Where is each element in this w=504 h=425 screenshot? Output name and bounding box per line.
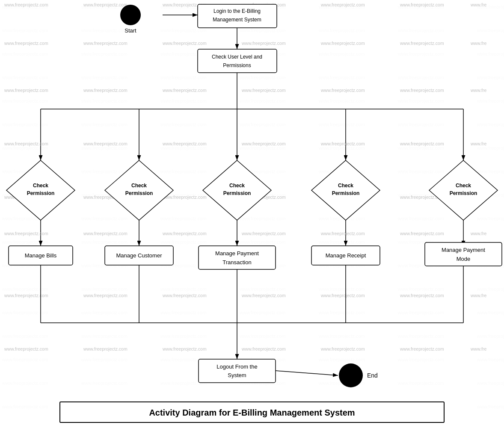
- start-label: Start: [125, 27, 136, 34]
- svg-text:www.freeprojectz.com: www.freeprojectz.com: [162, 88, 207, 93]
- svg-text:www.freeprojectz.com: www.freeprojectz.com: [162, 231, 207, 236]
- check-permission-text-1a: Check: [33, 183, 48, 189]
- svg-text:www.freeprojectz.com: www.freeprojectz.com: [400, 293, 444, 298]
- svg-text:www.fre: www.fre: [470, 231, 487, 236]
- svg-text:www.fre: www.fre: [470, 293, 487, 298]
- svg-text:www.freeprojectz.com: www.freeprojectz.com: [320, 141, 365, 146]
- svg-text:www.freeprojectz.com: www.freeprojectz.com: [400, 41, 444, 46]
- svg-text:www.freeprojectz.com: www.freeprojectz.com: [4, 41, 48, 46]
- svg-text:www.freeprojectz.com: www.freeprojectz.com: [320, 231, 365, 236]
- check-permission-text-5b: Permission: [450, 190, 477, 196]
- end-circle: [339, 363, 363, 387]
- check-user-text-2: Permissions: [223, 62, 251, 68]
- svg-text:www.freeprojectz.com: www.freeprojectz.com: [83, 41, 127, 46]
- svg-text:www.freeprojectz.com: www.freeprojectz.com: [320, 41, 365, 46]
- manage-customer-text: Manage Customer: [116, 252, 163, 259]
- manage-payment-transaction-box: [199, 246, 276, 269]
- check-permission-text-3b: Permission: [223, 190, 251, 196]
- svg-text:www.fre: www.fre: [470, 141, 487, 146]
- svg-text:www.freeprojectz.com: www.freeprojectz.com: [320, 346, 365, 351]
- end-label: End: [367, 372, 378, 379]
- svg-text:www.freeprojectz.com: www.freeprojectz.com: [241, 231, 286, 236]
- manage-payment-mode-text-2: Mode: [457, 256, 471, 262]
- svg-text:www.freeprojectz.com: www.freeprojectz.com: [241, 293, 286, 298]
- logout-text-1: Logout From the: [216, 363, 257, 370]
- svg-text:www.freeprojectz.com: www.freeprojectz.com: [162, 293, 207, 298]
- check-permission-text-2b: Permission: [125, 190, 153, 196]
- manage-receipt-text: Manage Receipt: [326, 252, 366, 259]
- svg-text:www.fre: www.fre: [470, 2, 487, 7]
- login-text-1: Login to the E-Billing: [213, 8, 261, 14]
- manage-payment-transaction-text-2: Transaction: [222, 259, 251, 266]
- check-user-text-1: Check User Level and: [212, 54, 262, 60]
- svg-text:www.freeprojectz.com: www.freeprojectz.com: [83, 141, 127, 146]
- diagram-container: www.freeprojectz.com www.freeprojectz.co…: [0, 0, 504, 425]
- check-permission-text-2a: Check: [131, 183, 147, 189]
- start-circle: [120, 5, 141, 25]
- svg-text:www.freeprojectz.com: www.freeprojectz.com: [241, 41, 286, 46]
- svg-text:www.freeprojectz.com: www.freeprojectz.com: [400, 346, 444, 351]
- svg-text:www.freeprojectz.com: www.freeprojectz.com: [4, 2, 48, 7]
- check-permission-text-4b: Permission: [332, 190, 360, 196]
- svg-text:www.freeprojectz.com: www.freeprojectz.com: [241, 346, 286, 351]
- svg-text:www.freeprojectz.com: www.freeprojectz.com: [400, 231, 444, 236]
- svg-text:www.freeprojectz.com: www.freeprojectz.com: [320, 293, 365, 298]
- svg-text:www.freeprojectz.com: www.freeprojectz.com: [241, 141, 286, 146]
- check-permission-text-3a: Check: [229, 183, 245, 189]
- svg-text:www.fre: www.fre: [470, 88, 487, 93]
- manage-payment-mode-box: [425, 242, 502, 266]
- svg-text:www.fre: www.fre: [470, 41, 487, 46]
- svg-text:www.freeprojectz.com: www.freeprojectz.com: [162, 41, 207, 46]
- svg-text:www.freeprojectz.com: www.freeprojectz.com: [4, 293, 48, 298]
- check-permission-text-1b: Permission: [27, 190, 55, 196]
- check-user-level-box: [198, 49, 277, 73]
- diagram-title: Activity Diagram for E-Billing Managemen…: [149, 408, 355, 417]
- svg-text:www.freeprojectz.com: www.freeprojectz.com: [4, 346, 48, 351]
- svg-text:www.freeprojectz.com: www.freeprojectz.com: [4, 141, 48, 146]
- svg-text:www.fre: www.fre: [470, 346, 487, 351]
- svg-text:www.freeprojectz.com: www.freeprojectz.com: [4, 88, 48, 93]
- manage-payment-transaction-text-1: Manage Payment: [215, 250, 259, 257]
- svg-text:www.freeprojectz.com: www.freeprojectz.com: [83, 293, 127, 298]
- svg-text:www.freeprojectz.com: www.freeprojectz.com: [162, 195, 207, 200]
- svg-text:www.freeprojectz.com: www.freeprojectz.com: [400, 141, 444, 146]
- check-permission-text-4a: Check: [338, 183, 353, 189]
- svg-text:www.freeprojectz.com: www.freeprojectz.com: [83, 88, 127, 93]
- svg-text:www.freeprojectz.com: www.freeprojectz.com: [320, 88, 365, 93]
- svg-text:www.freeprojectz.com: www.freeprojectz.com: [83, 231, 127, 236]
- check-permission-text-5a: Check: [456, 183, 471, 189]
- manage-bills-text: Manage Bills: [25, 252, 57, 259]
- svg-text:www.freeprojectz.com: www.freeprojectz.com: [83, 2, 127, 7]
- logout-box: [199, 359, 276, 383]
- logout-text-2: System: [228, 372, 246, 378]
- svg-text:www.freeprojectz.com: www.freeprojectz.com: [241, 88, 286, 93]
- svg-text:www.freeprojectz.com: www.freeprojectz.com: [320, 2, 365, 7]
- svg-text:www.freeprojectz.com: www.freeprojectz.com: [162, 141, 207, 146]
- svg-text:www.freeprojectz.com: www.freeprojectz.com: [400, 2, 444, 7]
- svg-text:www.freeprojectz.com: www.freeprojectz.com: [162, 346, 207, 351]
- svg-text:www.freeprojectz.com: www.freeprojectz.com: [83, 346, 127, 351]
- login-text-2: Management System: [213, 17, 261, 23]
- manage-payment-mode-text-1: Manage Payment: [442, 247, 485, 253]
- svg-text:www.freeprojectz.com: www.freeprojectz.com: [400, 88, 444, 93]
- svg-text:www.freeprojectz.com: www.freeprojectz.com: [4, 231, 48, 236]
